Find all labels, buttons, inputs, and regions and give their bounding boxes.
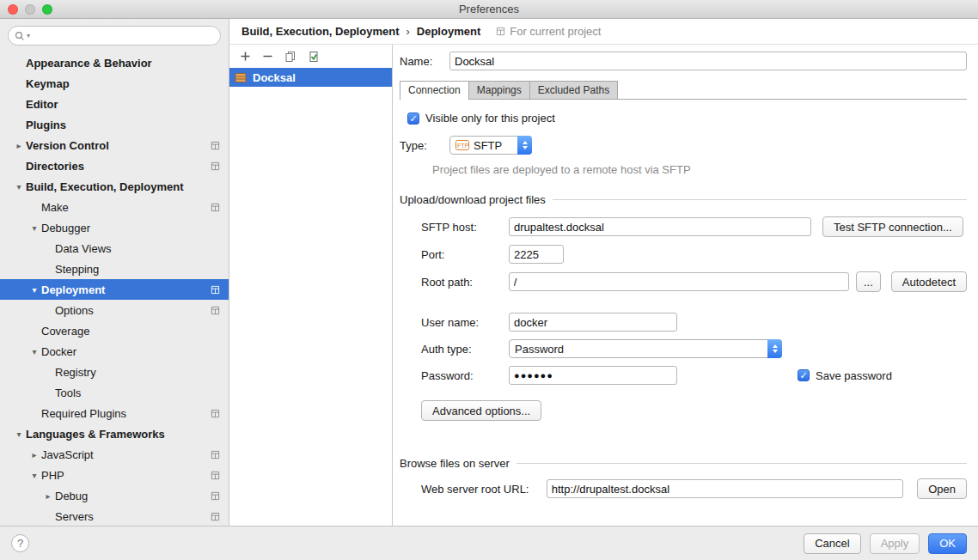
copy-server-button[interactable] <box>284 51 296 63</box>
help-button[interactable]: ? <box>11 534 29 552</box>
sidebar-item-required-plugins[interactable]: Required Plugins <box>0 403 229 423</box>
sidebar-item-deployment[interactable]: ▾Deployment <box>0 279 229 300</box>
search-icon <box>15 31 25 41</box>
root-path-label: Root path: <box>421 276 509 289</box>
sidebar-item-javascript[interactable]: ▸JavaScript <box>0 444 229 465</box>
tab-connection[interactable]: Connection <box>400 81 469 100</box>
deployment-form: Name: Connection Mappings Excluded Paths… <box>393 45 978 526</box>
server-list-panel: Docksal <box>229 45 393 526</box>
password-label: Password: <box>421 369 509 382</box>
search-input[interactable] <box>32 30 214 42</box>
type-select[interactable]: FTP SFTP <box>449 136 532 155</box>
ok-button[interactable]: OK <box>928 533 967 554</box>
visible-only-label: Visible only for this project <box>425 112 555 125</box>
project-settings-icon <box>211 512 220 521</box>
test-sftp-connection-button[interactable]: Test SFTP connection... <box>822 216 963 237</box>
chevron-down-icon[interactable]: ▾ <box>28 347 41 356</box>
sftp-host-input[interactable] <box>509 217 811 236</box>
breadcrumb-parent[interactable]: Build, Execution, Deployment <box>241 25 399 38</box>
section-divider <box>553 199 967 200</box>
cancel-button[interactable]: Cancel <box>804 533 860 554</box>
sidebar-item-servers[interactable]: Servers <box>0 506 229 526</box>
password-input[interactable] <box>509 366 677 385</box>
sidebar-item-version-control[interactable]: ▸Version Control <box>0 135 229 155</box>
sidebar-item-plugins[interactable]: Plugins <box>0 114 229 135</box>
remove-server-button[interactable] <box>262 51 273 62</box>
deployment-server-icon <box>235 72 248 83</box>
name-label: Name: <box>400 55 449 68</box>
chevron-down-icon[interactable]: ▾ <box>28 285 41 295</box>
root-path-input[interactable] <box>509 272 849 291</box>
sidebar-item-coverage[interactable]: Coverage <box>0 320 229 341</box>
chevron-down-icon[interactable]: ▾ <box>12 429 26 439</box>
sidebar-item-directories[interactable]: Directories <box>0 155 229 176</box>
zoom-window-button[interactable] <box>42 4 52 15</box>
save-password-label: Save password <box>816 369 892 382</box>
tab-mappings[interactable]: Mappings <box>468 81 530 99</box>
sidebar-item-debug[interactable]: ▸Debug <box>0 485 229 506</box>
name-input[interactable] <box>449 52 967 70</box>
copy-icon <box>284 51 296 63</box>
dropdown-arrows-icon <box>517 136 532 155</box>
chevron-right-icon[interactable]: ▸ <box>41 491 55 501</box>
auth-type-value: Password <box>515 343 564 356</box>
chevron-right-icon[interactable]: ▸ <box>28 450 41 460</box>
section-divider <box>517 463 967 464</box>
search-field[interactable]: ▾ <box>8 26 221 46</box>
add-server-button[interactable] <box>240 51 251 62</box>
tab-excluded-paths[interactable]: Excluded Paths <box>529 81 618 99</box>
type-label: Type: <box>400 139 449 152</box>
web-root-input[interactable] <box>547 479 903 498</box>
sidebar-item-stepping[interactable]: Stepping <box>0 259 229 279</box>
project-settings-icon <box>211 306 220 315</box>
sidebar-item-options[interactable]: Options <box>0 300 229 320</box>
sidebar-item-php[interactable]: ▾PHP <box>0 465 229 485</box>
sidebar-item-build-execution-deployment[interactable]: ▾Build, Execution, Deployment <box>0 176 229 197</box>
project-settings-icon <box>211 450 220 460</box>
tab-strip: Connection Mappings Excluded Paths <box>400 81 967 100</box>
dropdown-arrows-icon <box>767 339 782 358</box>
port-input[interactable] <box>509 245 564 264</box>
sidebar-item-appearance-behavior[interactable]: Appearance & Behavior <box>0 52 229 73</box>
save-password-checkbox[interactable]: ✓ <box>798 369 810 381</box>
sidebar-item-data-views[interactable]: Data Views <box>0 238 229 259</box>
auth-type-select[interactable]: Password <box>509 339 782 358</box>
breadcrumb-current: Deployment <box>417 25 480 38</box>
project-settings-icon <box>211 409 220 418</box>
chevron-down-icon[interactable]: ▾ <box>28 223 41 233</box>
user-name-label: User name: <box>421 316 509 329</box>
project-settings-icon <box>211 285 220 295</box>
type-hint: Project files are deployed to a remote h… <box>432 163 967 176</box>
sidebar-item-docker[interactable]: ▾Docker <box>0 341 229 362</box>
sidebar-item-keymap[interactable]: Keymap <box>0 73 229 94</box>
svg-text:FTP: FTP <box>457 143 469 149</box>
chevron-down-icon[interactable]: ▾ <box>28 471 41 480</box>
sidebar-item-debugger[interactable]: ▾Debugger <box>0 217 229 238</box>
browse-root-path-button[interactable]: ... <box>856 271 881 292</box>
port-label: Port: <box>421 248 509 261</box>
search-scope-chevron-icon[interactable]: ▾ <box>27 32 30 40</box>
server-list-item[interactable]: Docksal <box>229 68 392 87</box>
chevron-right-icon[interactable]: ▸ <box>12 141 26 150</box>
sidebar-item-editor[interactable]: Editor <box>0 94 229 114</box>
use-as-default-button[interactable] <box>308 51 320 63</box>
settings-sidebar: ▾ Appearance & Behavior Keymap Editor Pl… <box>0 19 229 526</box>
for-current-project-label: For current project <box>496 25 601 38</box>
chevron-down-icon[interactable]: ▾ <box>12 182 26 192</box>
advanced-options-button[interactable]: Advanced options... <box>421 400 541 421</box>
sidebar-item-languages-frameworks[interactable]: ▾Languages & Frameworks <box>0 423 229 444</box>
autodetect-button[interactable]: Autodetect <box>891 271 967 292</box>
server-list-toolbar <box>229 45 392 68</box>
project-settings-icon <box>211 203 220 212</box>
browse-section-header: Browse files on server <box>400 457 967 470</box>
upload-section-header: Upload/download project files <box>400 193 967 206</box>
visible-only-checkbox[interactable]: ✓ <box>407 113 419 125</box>
type-value: SFTP <box>474 139 502 152</box>
sidebar-item-make[interactable]: Make <box>0 197 229 217</box>
close-window-button[interactable] <box>8 4 18 15</box>
open-button[interactable]: Open <box>917 478 967 499</box>
user-name-input[interactable] <box>509 313 677 332</box>
sftp-host-label: SFTP host: <box>421 221 509 234</box>
sidebar-item-tools[interactable]: Tools <box>0 382 229 403</box>
sidebar-item-registry[interactable]: Registry <box>0 362 229 382</box>
